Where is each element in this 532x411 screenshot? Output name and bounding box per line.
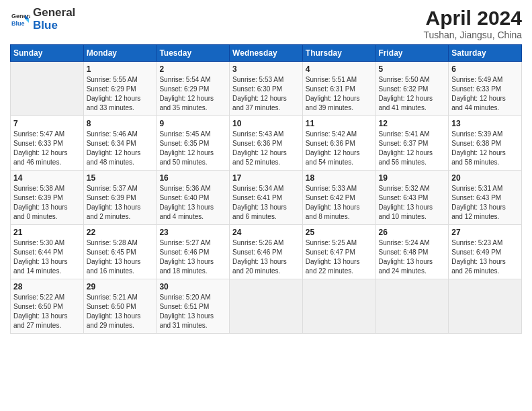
day-info: Sunrise: 5:25 AM Sunset: 6:47 PM Dayligh… xyxy=(306,238,373,276)
day-number: 26 xyxy=(379,228,446,237)
calendar-cell: 21Sunrise: 5:30 AM Sunset: 6:44 PM Dayli… xyxy=(11,225,84,279)
calendar-cell: 3Sunrise: 5:53 AM Sunset: 6:30 PM Daylig… xyxy=(230,62,303,116)
day-number: 13 xyxy=(451,119,519,128)
day-info: Sunrise: 5:34 AM Sunset: 6:41 PM Dayligh… xyxy=(232,184,300,222)
day-number: 28 xyxy=(13,282,81,291)
day-number: 15 xyxy=(87,173,154,183)
day-number: 10 xyxy=(232,119,300,128)
day-number: 21 xyxy=(13,228,81,237)
header-row: Sunday Monday Tuesday Wednesday Thursday… xyxy=(11,45,522,62)
day-info: Sunrise: 5:23 AM Sunset: 6:49 PM Dayligh… xyxy=(451,238,519,276)
day-info: Sunrise: 5:47 AM Sunset: 6:33 PM Dayligh… xyxy=(13,130,81,167)
day-info: Sunrise: 5:51 AM Sunset: 6:31 PM Dayligh… xyxy=(306,75,373,113)
day-number: 22 xyxy=(87,228,154,237)
calendar-cell: 28Sunrise: 5:22 AM Sunset: 6:50 PM Dayli… xyxy=(11,279,84,334)
calendar-cell: 8Sunrise: 5:46 AM Sunset: 6:34 PM Daylig… xyxy=(83,116,157,171)
calendar-body: 1Sunrise: 5:55 AM Sunset: 6:29 PM Daylig… xyxy=(11,62,522,334)
day-info: Sunrise: 5:43 AM Sunset: 6:36 PM Dayligh… xyxy=(232,130,300,167)
calendar-week-4: 21Sunrise: 5:30 AM Sunset: 6:44 PM Dayli… xyxy=(11,225,522,279)
day-info: Sunrise: 5:55 AM Sunset: 6:29 PM Dayligh… xyxy=(87,75,154,113)
calendar-cell: 17Sunrise: 5:34 AM Sunset: 6:41 PM Dayli… xyxy=(230,171,303,225)
day-number: 19 xyxy=(379,173,446,183)
day-number: 5 xyxy=(379,64,446,74)
day-number: 14 xyxy=(13,173,81,183)
calendar-week-3: 14Sunrise: 5:38 AM Sunset: 6:39 PM Dayli… xyxy=(11,171,522,225)
calendar-cell xyxy=(302,279,375,334)
calendar-header: Sunday Monday Tuesday Wednesday Thursday… xyxy=(11,45,522,62)
day-number: 27 xyxy=(451,228,519,237)
svg-text:Blue: Blue xyxy=(11,20,25,27)
calendar-cell: 19Sunrise: 5:32 AM Sunset: 6:43 PM Dayli… xyxy=(375,171,449,225)
day-info: Sunrise: 5:49 AM Sunset: 6:33 PM Dayligh… xyxy=(451,75,519,113)
day-number: 7 xyxy=(13,119,81,128)
day-info: Sunrise: 5:32 AM Sunset: 6:43 PM Dayligh… xyxy=(379,184,446,222)
day-info: Sunrise: 5:20 AM Sunset: 6:51 PM Dayligh… xyxy=(159,293,226,330)
day-info: Sunrise: 5:41 AM Sunset: 6:37 PM Dayligh… xyxy=(379,130,446,167)
day-info: Sunrise: 5:53 AM Sunset: 6:30 PM Dayligh… xyxy=(232,75,300,113)
calendar-cell: 9Sunrise: 5:45 AM Sunset: 6:35 PM Daylig… xyxy=(157,116,230,171)
calendar-cell: 10Sunrise: 5:43 AM Sunset: 6:36 PM Dayli… xyxy=(230,116,303,171)
day-info: Sunrise: 5:21 AM Sunset: 6:50 PM Dayligh… xyxy=(87,293,154,330)
day-info: Sunrise: 5:27 AM Sunset: 6:46 PM Dayligh… xyxy=(159,238,226,276)
day-number: 1 xyxy=(87,64,154,74)
calendar-cell: 13Sunrise: 5:39 AM Sunset: 6:38 PM Dayli… xyxy=(449,116,522,171)
title-block: April 2024 Tushan, Jiangsu, China xyxy=(423,7,522,40)
calendar-cell: 16Sunrise: 5:36 AM Sunset: 6:40 PM Dayli… xyxy=(157,171,230,225)
day-number: 20 xyxy=(451,173,519,183)
calendar-cell: 20Sunrise: 5:31 AM Sunset: 6:43 PM Dayli… xyxy=(449,171,522,225)
calendar-week-1: 1Sunrise: 5:55 AM Sunset: 6:29 PM Daylig… xyxy=(11,62,522,116)
day-info: Sunrise: 5:46 AM Sunset: 6:34 PM Dayligh… xyxy=(87,130,154,167)
day-info: Sunrise: 5:24 AM Sunset: 6:48 PM Dayligh… xyxy=(379,238,446,276)
day-info: Sunrise: 5:36 AM Sunset: 6:40 PM Dayligh… xyxy=(159,184,226,222)
col-sunday: Sunday xyxy=(11,45,84,62)
day-number: 6 xyxy=(451,64,519,74)
day-info: Sunrise: 5:45 AM Sunset: 6:35 PM Dayligh… xyxy=(159,130,226,167)
logo-general-text: General xyxy=(33,7,75,19)
day-info: Sunrise: 5:26 AM Sunset: 6:46 PM Dayligh… xyxy=(232,238,300,276)
col-monday: Monday xyxy=(83,45,157,62)
calendar-cell: 7Sunrise: 5:47 AM Sunset: 6:33 PM Daylig… xyxy=(11,116,84,171)
day-number: 16 xyxy=(159,173,226,183)
day-number: 2 xyxy=(159,64,226,74)
day-number: 3 xyxy=(232,64,300,74)
day-info: Sunrise: 5:33 AM Sunset: 6:42 PM Dayligh… xyxy=(306,184,373,222)
location: Tushan, Jiangsu, China xyxy=(423,30,522,40)
calendar-cell xyxy=(449,279,522,334)
calendar-week-5: 28Sunrise: 5:22 AM Sunset: 6:50 PM Dayli… xyxy=(11,279,522,334)
calendar-cell: 25Sunrise: 5:25 AM Sunset: 6:47 PM Dayli… xyxy=(302,225,375,279)
logo: General Blue General Blue xyxy=(10,7,75,32)
day-info: Sunrise: 5:22 AM Sunset: 6:50 PM Dayligh… xyxy=(13,293,81,330)
calendar-cell: 22Sunrise: 5:28 AM Sunset: 6:45 PM Dayli… xyxy=(83,225,157,279)
month-title: April 2024 xyxy=(423,7,522,30)
calendar-cell: 4Sunrise: 5:51 AM Sunset: 6:31 PM Daylig… xyxy=(302,62,375,116)
day-info: Sunrise: 5:30 AM Sunset: 6:44 PM Dayligh… xyxy=(13,238,81,276)
header: General Blue General Blue April 2024 Tus… xyxy=(10,7,522,40)
col-wednesday: Wednesday xyxy=(230,45,303,62)
calendar-week-2: 7Sunrise: 5:47 AM Sunset: 6:33 PM Daylig… xyxy=(11,116,522,171)
col-friday: Friday xyxy=(375,45,449,62)
calendar-cell: 18Sunrise: 5:33 AM Sunset: 6:42 PM Dayli… xyxy=(302,171,375,225)
calendar-cell: 12Sunrise: 5:41 AM Sunset: 6:37 PM Dayli… xyxy=(375,116,449,171)
calendar-cell xyxy=(11,62,84,116)
logo-text: General Blue xyxy=(33,7,75,32)
calendar-table: Sunday Monday Tuesday Wednesday Thursday… xyxy=(10,44,522,334)
day-number: 4 xyxy=(306,64,373,74)
day-number: 17 xyxy=(232,173,300,183)
calendar-cell: 27Sunrise: 5:23 AM Sunset: 6:49 PM Dayli… xyxy=(449,225,522,279)
day-number: 25 xyxy=(306,228,373,237)
calendar-cell: 24Sunrise: 5:26 AM Sunset: 6:46 PM Dayli… xyxy=(230,225,303,279)
day-number: 29 xyxy=(87,282,154,291)
day-info: Sunrise: 5:42 AM Sunset: 6:36 PM Dayligh… xyxy=(306,130,373,167)
day-info: Sunrise: 5:38 AM Sunset: 6:39 PM Dayligh… xyxy=(13,184,81,222)
main-container: General Blue General Blue April 2024 Tus… xyxy=(0,0,532,340)
day-number: 9 xyxy=(159,119,226,128)
calendar-cell: 2Sunrise: 5:54 AM Sunset: 6:29 PM Daylig… xyxy=(157,62,230,116)
day-number: 11 xyxy=(306,119,373,128)
calendar-cell xyxy=(375,279,449,334)
day-number: 24 xyxy=(232,228,300,237)
logo-blue-text: Blue xyxy=(33,19,75,32)
day-number: 8 xyxy=(87,119,154,128)
calendar-cell: 1Sunrise: 5:55 AM Sunset: 6:29 PM Daylig… xyxy=(83,62,157,116)
col-tuesday: Tuesday xyxy=(157,45,230,62)
calendar-cell: 30Sunrise: 5:20 AM Sunset: 6:51 PM Dayli… xyxy=(157,279,230,334)
